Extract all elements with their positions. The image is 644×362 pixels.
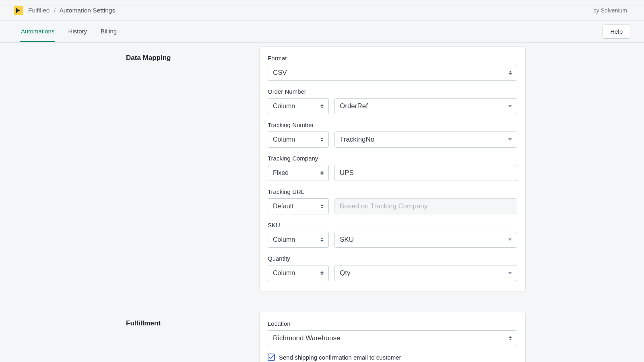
select-caret-icon	[320, 237, 324, 243]
select-location-value: Richmond Warehouse	[273, 334, 341, 342]
label-quantity: Quantity	[268, 255, 517, 262]
chevron-down-icon	[508, 105, 512, 107]
tab-billing[interactable]: Billing	[100, 21, 118, 42]
label-sku: SKU	[268, 222, 517, 228]
label-tracking-company: Tracking Company	[268, 155, 517, 162]
card-fulfillment: Location Richmond Warehouse Send shippin…	[260, 312, 525, 362]
chevron-down-icon	[508, 138, 512, 141]
select-quantity-mode[interactable]: Column	[268, 265, 329, 281]
select-caret-icon	[320, 103, 324, 109]
field-tracking-url: Tracking URL Default Based on Tracking C…	[268, 188, 517, 214]
label-format: Format	[268, 55, 517, 62]
tabs-bar: Automations History Billing Help	[0, 21, 644, 43]
field-tracking-number: Tracking Number Column TrackingNo	[268, 121, 517, 148]
field-notify-customer: Send shipping confirmation email to cust…	[268, 354, 517, 361]
app-logo	[14, 6, 23, 15]
page-body: Data Mapping Format CSV Order Number Col…	[0, 43, 644, 362]
select-format-value: CSV	[273, 69, 287, 77]
select-format[interactable]: CSV	[268, 65, 517, 81]
section-title-data-mapping: Data Mapping	[126, 54, 260, 62]
field-quantity: Quantity Column Qty	[268, 255, 517, 281]
select-caret-icon	[508, 335, 513, 341]
section-fulfillment: Fulfillment Location Richmond Warehouse	[119, 300, 525, 362]
select-caret-icon	[320, 203, 324, 210]
select-tracking-url-mode[interactable]: Default	[268, 198, 329, 214]
section-title-fulfillment: Fulfillment	[126, 319, 260, 327]
select-tracking-company-mode[interactable]: Fixed	[268, 165, 329, 181]
breadcrumb-page: Automation Settings	[60, 7, 116, 14]
field-location: Location Richmond Warehouse	[268, 320, 517, 346]
select-sku-mode[interactable]: Column	[268, 232, 329, 248]
checkbox-notify-customer[interactable]	[268, 354, 275, 361]
chevron-down-icon	[508, 239, 512, 241]
breadcrumb-app[interactable]: Fulfilleo	[28, 7, 50, 14]
select-order-number-mode[interactable]: Column	[268, 98, 329, 114]
select-caret-icon	[320, 136, 324, 143]
field-format: Format CSV	[268, 55, 517, 81]
chevron-down-icon	[508, 272, 512, 274]
input-tracking-company-value[interactable]	[334, 165, 517, 181]
combo-tracking-number-value[interactable]: TrackingNo	[334, 132, 517, 148]
label-tracking-url: Tracking URL	[268, 188, 517, 195]
select-caret-icon	[320, 270, 324, 276]
combo-sku-value[interactable]: SKU	[334, 232, 517, 248]
vendor-label: by Solvenium	[593, 7, 627, 14]
label-notify-customer: Send shipping confirmation email to cust…	[279, 354, 401, 361]
help-button[interactable]: Help	[603, 25, 630, 39]
select-caret-icon	[508, 70, 513, 76]
svg-rect-0	[16, 8, 17, 13]
card-data-mapping: Format CSV Order Number Column	[260, 47, 525, 291]
combo-quantity-value[interactable]: Qty	[334, 265, 517, 281]
tab-automations[interactable]: Automations	[20, 21, 55, 42]
field-order-number: Order Number Column OrderRef	[268, 88, 517, 114]
tab-history[interactable]: History	[67, 21, 88, 42]
field-sku: SKU Column SKU	[268, 222, 517, 248]
app-header: Fulfilleo / Automation Settings by Solve…	[0, 0, 644, 21]
field-tracking-company: Tracking Company Fixed	[268, 155, 517, 181]
select-tracking-number-mode[interactable]: Column	[268, 132, 329, 148]
select-location[interactable]: Richmond Warehouse	[268, 330, 517, 346]
input-tracking-url-value: Based on Tracking Company	[334, 198, 517, 214]
breadcrumb: Fulfilleo / Automation Settings	[28, 7, 115, 14]
select-caret-icon	[320, 170, 324, 176]
label-tracking-number: Tracking Number	[268, 121, 517, 128]
combo-order-number-value[interactable]: OrderRef	[334, 98, 517, 114]
section-data-mapping: Data Mapping Format CSV Order Number Col…	[119, 43, 525, 298]
label-location: Location	[268, 320, 517, 327]
label-order-number: Order Number	[268, 88, 517, 95]
breadcrumb-sep: /	[54, 7, 56, 14]
